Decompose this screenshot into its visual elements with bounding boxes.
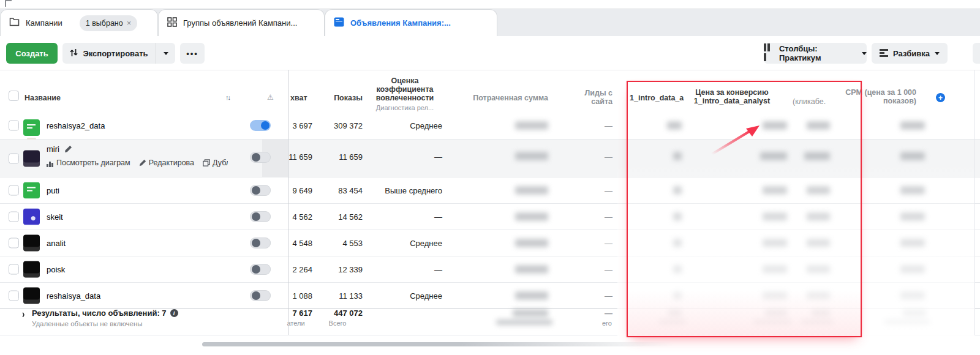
- clipped-button[interactable]: [973, 43, 980, 64]
- clickable-value-redacted: [807, 239, 830, 247]
- reach-total-caption: атели: [281, 320, 311, 327]
- header-intro-data[interactable]: 1_intro_data_a: [630, 94, 684, 102]
- row-checkbox[interactable]: [9, 121, 19, 131]
- chevron-down-icon: [935, 52, 940, 55]
- edit-action[interactable]: Редактирова: [139, 159, 194, 167]
- ads-icon: [334, 17, 344, 29]
- spend-value-redacted: [515, 292, 548, 300]
- ad-toggle[interactable]: [250, 152, 271, 163]
- columns-button[interactable]: Столбцы: Практикум: [764, 43, 867, 64]
- ad-toggle[interactable]: [250, 185, 271, 196]
- info-icon[interactable]: i: [170, 309, 178, 317]
- leads-value: —: [582, 291, 612, 301]
- export-button[interactable]: Экспортировать: [62, 43, 156, 64]
- ad-toggle[interactable]: [250, 120, 271, 131]
- table-row[interactable]: miri Посмотреть диаграм Редактирова Дубл…: [0, 140, 980, 177]
- row-checkbox[interactable]: [9, 264, 19, 275]
- row-checkbox[interactable]: [9, 153, 19, 163]
- ad-toggle[interactable]: [250, 264, 271, 275]
- ad-name[interactable]: reshaisya2_data: [47, 121, 105, 130]
- impressions-value: 83 454: [314, 186, 363, 195]
- spend-value-redacted: [515, 152, 548, 160]
- header-spend[interactable]: Потраченная сумма: [462, 94, 548, 102]
- impressions-value: 11 659: [314, 152, 363, 162]
- table-row[interactable]: reshaisya_data 1 088 11 133 Среднее —: [0, 283, 980, 309]
- header-leads[interactable]: Лиды с сайта: [570, 89, 612, 106]
- ad-thumbnail: [23, 235, 40, 252]
- ad-name[interactable]: poisk: [47, 265, 65, 274]
- select-all-checkbox[interactable]: [9, 91, 19, 101]
- cpm-total-caption-redacted: [884, 320, 930, 324]
- horizontal-scrollbar[interactable]: [202, 342, 674, 346]
- header-reach[interactable]: хват: [290, 94, 307, 102]
- intro-value-redacted: [673, 213, 682, 221]
- tab-adsets[interactable]: Группы объявлений Кампани...: [158, 9, 325, 36]
- header-name[interactable]: Название: [24, 94, 61, 102]
- cpm-value-redacted: [900, 122, 925, 130]
- create-button[interactable]: Создать: [6, 43, 58, 64]
- leads-value: —: [582, 212, 612, 222]
- ad-name[interactable]: skeit: [47, 212, 63, 222]
- row-checkbox[interactable]: [9, 212, 19, 222]
- export-dropdown-button[interactable]: [156, 43, 175, 64]
- ad-name[interactable]: reshaisya_data: [47, 291, 100, 301]
- row-checkbox[interactable]: [9, 238, 19, 248]
- ad-toggle[interactable]: [250, 290, 271, 301]
- expand-chevron-icon[interactable]: ›: [22, 307, 24, 320]
- intro-value-redacted: [667, 122, 682, 130]
- row-checkbox[interactable]: [9, 291, 19, 301]
- leads-value: —: [582, 239, 612, 248]
- reach-total: 7 617: [270, 308, 312, 318]
- conversion-cost-redacted: [763, 187, 787, 195]
- add-column-icon[interactable]: +: [936, 93, 945, 102]
- impressions-value: 11 133: [314, 291, 363, 301]
- edit-pencil-icon[interactable]: [64, 145, 72, 153]
- header-cpm[interactable]: CPM (цена за 1 000 показов): [831, 88, 916, 105]
- tab-ads-active[interactable]: Объявления Кампания:...: [325, 9, 497, 36]
- header-conversion-cost[interactable]: Цена за конверсию 1_intro_data_analyst: [677, 88, 787, 105]
- cpm-total-redacted: [903, 309, 926, 317]
- tab-campaigns[interactable]: Кампании 1 выбрано ×: [0, 9, 158, 36]
- conversion-total-caption-redacted: [753, 320, 791, 324]
- view-charts-action[interactable]: Посмотреть диаграм: [47, 159, 130, 167]
- breakdown-button[interactable]: Разбивка: [872, 43, 948, 64]
- table-row[interactable]: skeit 4 562 14 562 — —: [0, 204, 980, 230]
- more-options-button[interactable]: •••: [180, 43, 205, 64]
- selection-badge[interactable]: 1 выбрано ×: [80, 15, 138, 31]
- summary-title: Результаты, число объявлений: 7: [32, 308, 167, 318]
- header-quality[interactable]: Оценка коэффициента вовлеченности: [363, 77, 447, 102]
- conversion-cost-redacted: [760, 152, 787, 160]
- breakdown-button-label: Разбивка: [893, 49, 930, 58]
- ad-toggle[interactable]: [250, 211, 271, 222]
- selection-badge-label: 1 выбрано: [86, 19, 123, 28]
- header-quality-sub: Диагностика рел...: [363, 104, 447, 111]
- header-clickable[interactable]: (кликабе.: [793, 97, 826, 106]
- row-checkbox[interactable]: [9, 185, 19, 196]
- warning-icon[interactable]: ⚠: [267, 93, 274, 102]
- header-impressions[interactable]: Показы: [314, 94, 363, 102]
- ad-name[interactable]: puti: [47, 186, 59, 195]
- duplicate-icon: [203, 159, 210, 166]
- intro-value-redacted: [673, 266, 682, 274]
- quality-value: Среднее: [356, 239, 442, 248]
- duplicate-action[interactable]: Дублирова: [203, 159, 228, 167]
- clipped-ui-fragment: [5, 0, 12, 7]
- table-row[interactable]: reshaisya2_data 3 697 309 372 Среднее —: [0, 112, 980, 140]
- ad-name[interactable]: analit: [47, 239, 66, 248]
- leads-total-caption: его: [594, 320, 612, 327]
- clickable-total-redacted: [812, 309, 830, 317]
- chevron-down-icon: [164, 52, 168, 55]
- clickable-value-redacted: [807, 213, 830, 221]
- reach-value: 1 088: [270, 291, 312, 301]
- table-row[interactable]: puti 9 649 83 454 Выше среднего —: [0, 177, 980, 204]
- intro-value-redacted: [673, 152, 682, 160]
- leads-total: —: [588, 308, 612, 318]
- ad-toggle[interactable]: [250, 237, 271, 248]
- cpm-value-redacted: [900, 292, 925, 300]
- sort-icon[interactable]: ↑↓: [225, 94, 230, 101]
- close-icon[interactable]: ×: [127, 18, 132, 28]
- ad-thumbnail: [23, 150, 40, 166]
- table-row[interactable]: poisk 2 264 12 339 — —: [0, 256, 980, 283]
- table-row[interactable]: analit 4 548 4 553 Среднее —: [0, 230, 980, 256]
- ad-name[interactable]: miri: [47, 144, 72, 154]
